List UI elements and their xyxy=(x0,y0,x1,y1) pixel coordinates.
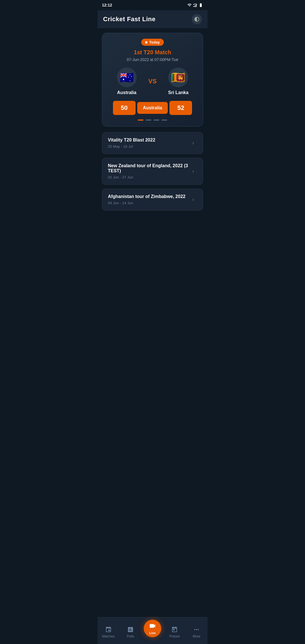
chevron-right-icon-0: › xyxy=(189,139,197,147)
team-australia: 🇦🇺 Australia xyxy=(108,68,145,95)
wifi-icon xyxy=(187,3,192,7)
polls-label: Polls xyxy=(127,634,134,638)
chevron-right-icon-1: › xyxy=(189,167,197,175)
svg-rect-0 xyxy=(193,6,194,7)
status-bar: 12:12 xyxy=(97,0,208,10)
live-button[interactable]: Live xyxy=(144,620,161,637)
matches-label: Matches xyxy=(102,634,115,638)
live-icon xyxy=(149,622,156,631)
match-type: 1st T20 Match xyxy=(108,49,197,56)
theme-toggle-button[interactable] xyxy=(192,14,202,24)
status-time: 12:12 xyxy=(102,3,112,7)
today-dot xyxy=(145,41,147,43)
tournament-name-0: Vitality T20 Blast 2022 xyxy=(108,138,189,143)
more-icon xyxy=(193,626,200,633)
svg-rect-2 xyxy=(195,5,196,7)
tournament-info-1: New Zealand tour of England, 2022 (3 TES… xyxy=(108,163,189,179)
live-label: Live xyxy=(149,631,156,635)
theme-icon xyxy=(194,16,200,22)
score-team1: 50 xyxy=(113,101,136,115)
chevron-right-icon-2: › xyxy=(189,196,197,204)
battery-icon xyxy=(199,3,203,7)
nav-polls[interactable]: Polls xyxy=(119,625,141,639)
australia-name: Australia xyxy=(117,90,136,95)
nav-matches[interactable]: Matches xyxy=(97,625,119,639)
matches-icon xyxy=(105,626,112,633)
score-row: 50 Australia 52 xyxy=(108,101,197,115)
status-icons xyxy=(187,3,203,7)
australia-flag: 🇦🇺 xyxy=(117,68,137,87)
app-title: Cricket Fast Line xyxy=(103,16,156,23)
svg-rect-3 xyxy=(196,5,197,7)
nav-live-center[interactable]: Live xyxy=(141,620,164,639)
pagination-dots xyxy=(108,119,197,121)
vs-label: VS xyxy=(145,78,159,85)
bottom-nav: Matches Polls Live Fixture xyxy=(97,617,208,644)
teams-row: 🇦🇺 Australia VS 🇱🇰 Sri Lanka xyxy=(108,68,197,95)
tournament-info-0: Vitality T20 Blast 2022 25 May - 16 Jul xyxy=(108,138,189,149)
score-team2: 52 xyxy=(169,101,192,115)
tournament-card-2[interactable]: Afghanistan tour of Zimbabwe, 2022 04 Ju… xyxy=(102,189,203,210)
srilanka-name: Sri Lanka xyxy=(168,90,188,95)
app-header: Cricket Fast Line xyxy=(97,10,208,28)
svg-rect-1 xyxy=(194,6,195,7)
score-label: Australia xyxy=(137,102,168,114)
match-date: 07-Jun-2022 at 07:00PM-Tue xyxy=(108,57,197,62)
signal-icon xyxy=(193,3,197,7)
tournament-dates-2: 04 Jun - 14 Jun xyxy=(108,201,189,205)
dot-4 xyxy=(162,119,167,121)
more-label: More xyxy=(193,634,200,638)
main-content: Today 1st T20 Match 07-Jun-2022 at 07:00… xyxy=(97,28,208,243)
tournament-name-2: Afghanistan tour of Zimbabwe, 2022 xyxy=(108,194,189,199)
fixture-icon xyxy=(171,626,178,633)
dot-3 xyxy=(154,119,159,121)
nav-fixture[interactable]: Fixture xyxy=(164,625,186,639)
fixture-label: Fixture xyxy=(169,634,180,638)
tournament-info-2: Afghanistan tour of Zimbabwe, 2022 04 Ju… xyxy=(108,194,189,205)
tournament-dates-1: 02 Jun - 27 Jun xyxy=(108,175,189,179)
nav-more[interactable]: More xyxy=(186,625,208,639)
match-card[interactable]: Today 1st T20 Match 07-Jun-2022 at 07:00… xyxy=(102,33,203,127)
team-srilanka: 🇱🇰 Sri Lanka xyxy=(160,68,197,95)
dot-1 xyxy=(138,119,143,121)
today-badge: Today xyxy=(141,39,164,46)
tournament-card-1[interactable]: New Zealand tour of England, 2022 (3 TES… xyxy=(102,158,203,185)
tournament-card-0[interactable]: Vitality T20 Blast 2022 25 May - 16 Jul … xyxy=(102,132,203,154)
srilanka-flag: 🇱🇰 xyxy=(168,68,188,87)
dot-2 xyxy=(146,119,151,121)
tournament-name-1: New Zealand tour of England, 2022 (3 TES… xyxy=(108,163,189,173)
tournament-dates-0: 25 May - 16 Jul xyxy=(108,144,189,149)
polls-icon xyxy=(127,626,134,633)
